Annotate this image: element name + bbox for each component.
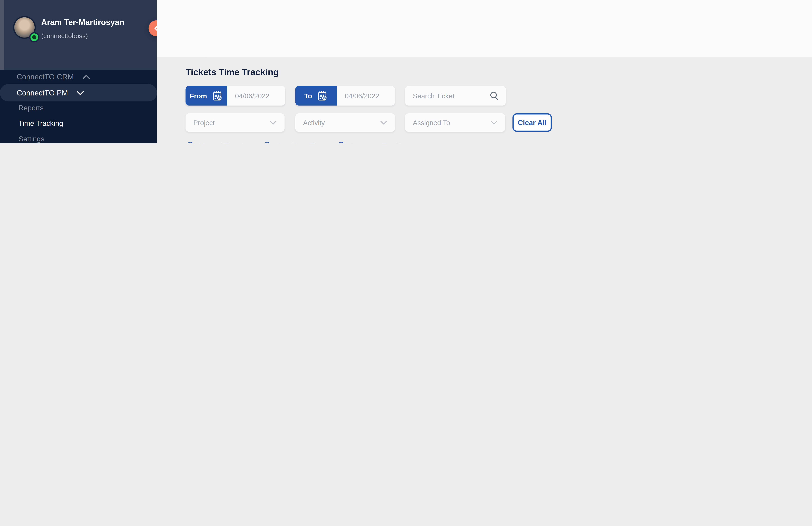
to-date-value: 04/06/2022: [337, 86, 395, 105]
from-label-text: From: [190, 92, 207, 99]
online-status-dot: [29, 32, 39, 42]
to-date-filter[interactable]: To 04/06/2022: [295, 86, 395, 105]
tracking-mode-radios: Manual Time Log Start/Stop Timer Automat…: [187, 141, 409, 143]
app-window: Aram Ter-Martirosyan (connecttoboss) Con…: [0, 0, 812, 143]
sidebar-item-label: ConnectTO PM: [17, 89, 68, 97]
chevron-down-icon: [270, 120, 277, 125]
user-handle: (connecttoboss): [41, 32, 88, 39]
project-select-value: Project: [193, 119, 215, 126]
to-label-text: To: [304, 92, 312, 99]
chevron-down-icon: [76, 90, 84, 95]
from-date-value: 04/06/2022: [227, 86, 285, 105]
radio-label: Automate Tracking: [349, 141, 409, 143]
avatar: [13, 16, 36, 39]
chevron-down-icon: [491, 120, 497, 125]
sidebar-user-header: Aram Ter-Martirosyan (connecttoboss): [0, 0, 157, 70]
project-select[interactable]: Project: [186, 113, 285, 132]
to-date-label: To: [295, 86, 337, 105]
page-title: Tickets Time Tracking: [186, 67, 279, 77]
from-date-label: From: [186, 86, 227, 105]
chevron-down-icon: [380, 120, 387, 125]
radio-label: Start/Stop Timer: [276, 141, 328, 143]
from-date-filter[interactable]: From 04/06/2022: [186, 86, 285, 105]
search-input[interactable]: [412, 91, 489, 100]
sidebar-item-connectto-crm[interactable]: ConnectTO CRM: [0, 69, 157, 85]
radio-manual-time-log[interactable]: Manual Time Log: [187, 141, 254, 143]
assigned-to-select-value: Assigned To: [413, 119, 450, 126]
sidebar-edge-strip: [0, 0, 4, 70]
sidebar-item-label: ConnectTO CRM: [17, 73, 74, 81]
radio-unselected-icon: [337, 142, 345, 143]
activity-select[interactable]: Activity: [295, 113, 395, 132]
calendar-icon: [316, 89, 328, 102]
radio-unselected-icon: [264, 142, 271, 143]
sidebar-item-reports[interactable]: Reports: [0, 100, 157, 116]
radio-automate-tracking[interactable]: Automate Tracking: [337, 141, 409, 143]
assigned-to-select[interactable]: Assigned To: [405, 113, 505, 132]
activity-select-value: Activity: [303, 119, 325, 126]
calendar-icon: [211, 89, 223, 102]
sidebar: Aram Ter-Martirosyan (connecttoboss) Con…: [0, 0, 157, 143]
sidebar-item-connectto-pm[interactable]: ConnectTO PM: [0, 84, 157, 101]
clear-all-button[interactable]: Clear All: [512, 113, 552, 132]
radio-selected-icon: [187, 142, 194, 143]
chevron-up-icon: [82, 74, 90, 79]
radio-label: Manual Time Log: [199, 141, 253, 143]
sidebar-item-settings[interactable]: Settings: [0, 131, 157, 143]
search-icon: [489, 91, 499, 101]
topbar: [157, 0, 812, 57]
sidebar-item-time-tracking[interactable]: Time Tracking: [0, 116, 157, 131]
user-name: Aram Ter-Martirosyan: [41, 18, 124, 27]
search-box: [405, 86, 506, 105]
radio-start-stop-timer[interactable]: Start/Stop Timer: [264, 141, 328, 143]
